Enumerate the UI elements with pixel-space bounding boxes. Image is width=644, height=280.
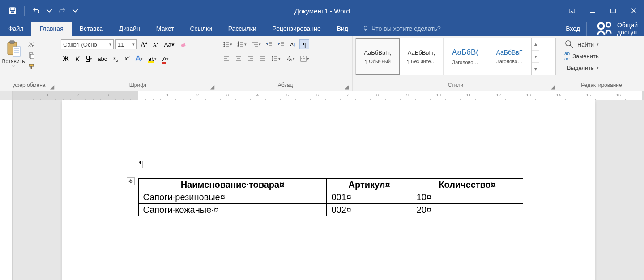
tab-view[interactable]: Вид [329, 22, 356, 36]
strike-button[interactable]: abc [96, 54, 109, 64]
replace-label: Заменить [572, 53, 598, 60]
replace-icon: abac [564, 51, 570, 61]
decrease-indent-button[interactable] [264, 39, 275, 49]
style-heading2[interactable]: АаБбВвГ Заголово… [487, 38, 531, 75]
tab-review[interactable]: Рецензирование [264, 22, 329, 36]
copy-button[interactable] [26, 51, 37, 60]
numbering-button[interactable]: 123▾ [235, 39, 248, 49]
table-row[interactable]: Сапоги·кожаные·¤ 002¤ 20¤ [138, 204, 523, 216]
gallery-more-icon[interactable]: ▾ [532, 63, 539, 75]
group-font: Calibri (Осно▾ 11▾ A▴ A▾ Aa▾ Ж К Ч▾ abc … [58, 36, 218, 91]
cut-button[interactable] [26, 39, 37, 49]
qat-customize-icon[interactable] [72, 3, 78, 19]
multilevel-icon [252, 41, 259, 48]
shading-button[interactable]: ▾ [284, 54, 297, 64]
tab-layout[interactable]: Макет [148, 22, 182, 36]
table-cell[interactable]: Сапоги·резиновые¤ [138, 191, 327, 204]
window-title: Документ1 - Word [83, 0, 562, 22]
multilevel-list-button[interactable]: ▾ [250, 39, 263, 49]
align-left-button[interactable] [221, 54, 232, 64]
chevron-down-icon: ▾ [109, 42, 111, 47]
dialog-launcher-icon[interactable]: ◢ [209, 84, 215, 90]
find-button[interactable]: Найти ▾ [562, 39, 601, 50]
style-normal[interactable]: АаБбВвГг, ¶ Обычный [356, 38, 400, 75]
gallery-down-icon[interactable]: ▾ [532, 51, 539, 63]
tab-design[interactable]: Дизайн [111, 22, 148, 36]
table-cell[interactable]: 002¤ [327, 204, 412, 216]
font-color-button[interactable]: A▾ [160, 54, 171, 64]
font-name-value: Calibri (Осно [63, 41, 97, 48]
tab-references[interactable]: Ссылки [182, 22, 220, 36]
find-label: Найти [577, 41, 594, 48]
table-cell[interactable]: 20¤ [412, 204, 523, 216]
gallery-scroll: ▴ ▾ ▾ [531, 38, 539, 75]
style-heading1[interactable]: АаБбВ( Заголово… [444, 38, 487, 75]
decrease-font-icon: A▾ [153, 42, 158, 47]
table-row[interactable]: Наименование·товара¤ Артикул¤ Количество… [138, 179, 523, 191]
subscript-button[interactable]: x2 [111, 54, 120, 64]
style-no-spacing[interactable]: АаБбВвГг, ¶ Без инте… [400, 38, 444, 75]
table-move-handle-icon[interactable]: ✥ [127, 177, 135, 185]
select-button[interactable]: Выделить ▾ [562, 62, 601, 73]
table-header[interactable]: Артикул¤ [327, 179, 412, 191]
svg-point-25 [224, 44, 225, 45]
table-cell[interactable]: 10¤ [412, 191, 523, 204]
replace-button[interactable]: abac Заменить [562, 50, 601, 62]
tab-file[interactable]: Файл [0, 22, 31, 36]
table-header[interactable]: Количество¤ [412, 179, 523, 191]
decrease-font-button[interactable]: A▾ [151, 39, 161, 49]
close-icon[interactable] [623, 0, 644, 22]
paintbrush-icon [28, 63, 35, 70]
ribbon-display-options-icon[interactable] [562, 0, 582, 22]
increase-font-button[interactable]: A▴ [139, 39, 149, 49]
svg-rect-20 [30, 54, 34, 59]
underline-button[interactable]: Ч▾ [84, 54, 94, 64]
highlight-button[interactable]: ab▾ [146, 54, 158, 64]
font-size-combo[interactable]: 11▾ [115, 39, 137, 49]
superscript-button[interactable]: x2 [122, 54, 132, 64]
svg-rect-12 [10, 41, 14, 43]
dialog-launcher-icon[interactable]: ◢ [550, 84, 556, 90]
table-cell[interactable]: 001¤ [327, 191, 412, 204]
dialog-launcher-icon[interactable]: ◢ [49, 84, 55, 90]
text-effects-button[interactable]: A▾ [134, 54, 145, 64]
tab-mailings[interactable]: Рассылки [220, 22, 264, 36]
paste-button[interactable]: Вставить [3, 38, 24, 68]
vertical-ruler[interactable] [0, 100, 13, 280]
bucket-icon [286, 55, 293, 62]
table-row[interactable]: Сапоги·резиновые¤ 001¤ 10¤ [138, 191, 523, 204]
save-icon[interactable] [4, 3, 21, 19]
share-button[interactable]: Общий доступ [586, 22, 644, 36]
sort-button[interactable]: A↓ [288, 39, 298, 49]
document-viewport[interactable]: ¶ ✥ Наименование·товара¤ Артикул¤ Количе… [13, 100, 644, 280]
borders-button[interactable]: ▾ [298, 54, 311, 64]
increase-indent-button[interactable] [276, 39, 287, 49]
tell-me-box[interactable]: Что вы хотите сделать? [356, 22, 447, 36]
font-name-combo[interactable]: Calibri (Осно▾ [61, 39, 114, 49]
dialog-launcher-icon[interactable]: ◢ [343, 84, 350, 90]
undo-icon[interactable] [28, 3, 44, 19]
format-painter-button[interactable] [26, 62, 37, 72]
gallery-up-icon[interactable]: ▴ [532, 38, 539, 51]
clear-formatting-button[interactable] [178, 39, 189, 49]
tab-home[interactable]: Главная [31, 22, 71, 36]
redo-icon[interactable] [54, 3, 70, 19]
undo-dropdown-icon[interactable] [46, 3, 52, 19]
horizontal-ruler[interactable]: 3211234567891011121314151617 [13, 91, 644, 100]
table-header[interactable]: Наименование·товара¤ [138, 179, 327, 191]
document-table[interactable]: Наименование·товара¤ Артикул¤ Количество… [138, 178, 523, 216]
align-center-button[interactable] [233, 54, 244, 64]
align-right-button[interactable] [245, 54, 256, 64]
justify-button[interactable] [257, 54, 268, 64]
show-marks-button[interactable]: ¶ [299, 39, 309, 49]
title-bar: Документ1 - Word [0, 0, 644, 22]
chevron-down-icon: ▾ [132, 42, 135, 47]
bullets-button[interactable]: ▾ [221, 39, 234, 49]
change-case-button[interactable]: Aa▾ [162, 39, 176, 49]
bold-button[interactable]: Ж [61, 54, 71, 64]
sign-in-button[interactable]: Вход [559, 22, 586, 36]
table-cell[interactable]: Сапоги·кожаные·¤ [138, 204, 327, 216]
italic-button[interactable]: К [73, 54, 82, 64]
line-spacing-button[interactable]: ▾ [269, 54, 282, 64]
tab-insert[interactable]: Вставка [72, 22, 111, 36]
